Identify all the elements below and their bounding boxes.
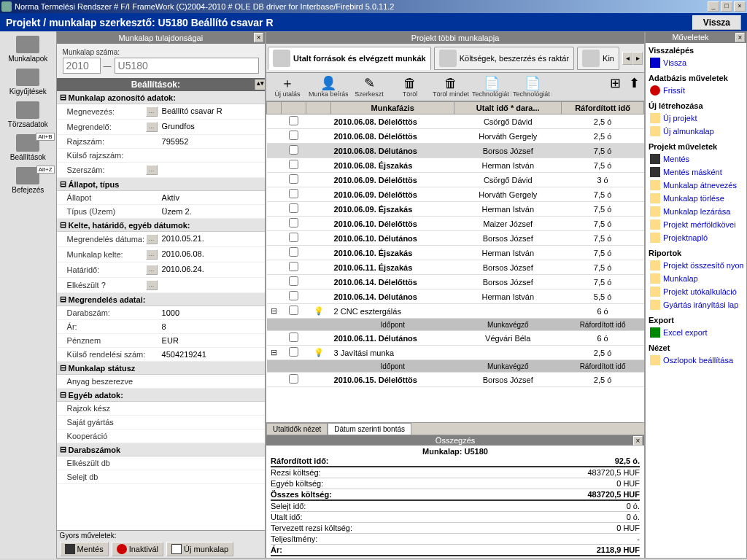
row-checkbox[interactable] xyxy=(289,347,298,357)
table-row[interactable]: 2010.06.08. DélelőttösCsörgő Dávid2,5 ó xyxy=(267,114,644,129)
table-row[interactable]: 2010.06.09. DélelőttösHorváth Gergely7,5… xyxy=(267,187,644,202)
properties-list[interactable]: ⊟Munkalap azonosító adatok:Megnevezés:…B… xyxy=(57,91,266,530)
edit-icon[interactable]: … xyxy=(146,249,158,260)
table-row[interactable]: 2010.06.14. DélelőttösBorsos József7,5 ó xyxy=(267,275,644,289)
table-row[interactable]: 2010.06.09. DélelőttösCsörgő Dávid3 ó xyxy=(267,173,644,187)
work-grid[interactable]: Munkafázis Utalt idő * dara... Ráfordíto… xyxy=(266,101,644,422)
rp-link[interactable]: Excel export xyxy=(649,326,743,339)
nav-item[interactable]: BefejezésAlt+Z xyxy=(1,166,55,195)
group-row[interactable]: ⊟💡2 CNC esztergálás6 ó xyxy=(267,304,644,319)
deactivate-button[interactable]: Inaktivál xyxy=(112,542,163,556)
row-checkbox[interactable] xyxy=(289,174,298,184)
rp-link[interactable]: Mentés másként xyxy=(649,166,743,179)
rp-link[interactable]: Új projekt xyxy=(649,112,743,125)
edit-icon[interactable]: … xyxy=(146,165,158,175)
close-icon[interactable]: × xyxy=(735,33,745,42)
prop-group[interactable]: ⊟Megrendelés adatai: xyxy=(57,293,266,306)
prop-group[interactable]: ⊟Egyéb adatok: xyxy=(57,389,266,402)
new-sheet-button[interactable]: Új munkalap xyxy=(166,542,233,556)
nav-item[interactable]: Törzsadatok xyxy=(1,100,55,130)
rp-link[interactable]: Mentés xyxy=(649,152,743,166)
row-checkbox[interactable] xyxy=(289,189,298,198)
minimize-button[interactable]: _ xyxy=(708,1,719,12)
bottom-tab[interactable]: Utaltidők nézet xyxy=(266,423,328,435)
row-checkbox[interactable] xyxy=(289,332,298,342)
toolbar-button[interactable]: 👤Munka beírása xyxy=(309,74,348,99)
row-checkbox[interactable] xyxy=(289,374,298,384)
tab[interactable]: Kin xyxy=(577,47,619,70)
table-row[interactable]: 2010.06.10. DélelőttösMaizer József7,5 ó xyxy=(267,217,644,231)
toolbar-button[interactable]: ＋Új utalás xyxy=(268,74,307,99)
table-row[interactable]: 2010.06.08. DélutánosBorsos József7,5 ó xyxy=(267,144,644,158)
prop-group[interactable]: ⊟Darabszámok xyxy=(57,443,266,456)
toolbar-button[interactable]: 🗑Töröl mindet xyxy=(431,74,471,99)
row-checkbox[interactable] xyxy=(289,306,298,315)
close-button[interactable]: × xyxy=(734,1,746,12)
row-checkbox[interactable] xyxy=(289,160,298,169)
edit-icon[interactable]: … xyxy=(146,234,158,244)
sheet-code-input[interactable] xyxy=(115,58,260,74)
table-row[interactable]: 2010.06.09. ÉjszakásHerman István7,5 ó xyxy=(267,202,644,217)
nav-item[interactable]: Kigyűjtések xyxy=(1,67,55,97)
tab-next-icon[interactable]: ▸ xyxy=(632,52,643,65)
row-checkbox[interactable] xyxy=(289,145,298,155)
rp-link[interactable]: Munkalap lezárása xyxy=(649,205,743,218)
rp-link[interactable]: Új almunkalap xyxy=(649,125,743,138)
prop-group[interactable]: ⊟Kelte, határidő, egyéb dátumok: xyxy=(57,219,266,232)
row-checkbox[interactable] xyxy=(289,203,298,213)
rp-link[interactable]: Oszlopok beállítása xyxy=(649,354,743,367)
rp-link[interactable]: Projektnapló xyxy=(649,231,743,244)
table-row[interactable]: 2010.06.10. ÉjszakásHerman István7,5 ó xyxy=(267,246,644,260)
rp-link[interactable]: Frissít xyxy=(649,84,743,97)
close-icon[interactable]: × xyxy=(254,33,263,42)
nav-item[interactable]: Munkalapok xyxy=(1,34,55,64)
col-time[interactable]: Utalt idő * dara... xyxy=(454,102,562,114)
rp-link[interactable]: Gyártás irányítási lap xyxy=(649,298,743,311)
nav-item[interactable]: BeállításokAlt+B xyxy=(1,133,55,163)
tab[interactable]: Költségek, beszerzés és raktár xyxy=(434,47,574,70)
row-checkbox[interactable] xyxy=(289,291,298,300)
rp-link[interactable]: Munkalap átnevezés xyxy=(649,179,743,192)
rp-link[interactable]: Munkalap törlése xyxy=(649,192,743,205)
close-icon[interactable]: × xyxy=(633,436,643,446)
back-button[interactable]: Vissza xyxy=(692,15,741,30)
edit-icon[interactable]: … xyxy=(146,280,158,290)
save-button[interactable]: Mentés xyxy=(60,542,109,556)
rp-link[interactable]: Munkalap xyxy=(649,272,743,285)
maximize-button[interactable]: □ xyxy=(721,1,732,12)
table-row[interactable]: 2010.06.08. DélelőttösHorváth Gergely2,5… xyxy=(267,129,644,144)
toolbar-button[interactable]: 🗑Töröl xyxy=(390,74,430,99)
rp-link[interactable]: Projekt összesítő nyomtatás xyxy=(649,259,743,272)
edit-icon[interactable]: … xyxy=(146,122,158,132)
year-input[interactable] xyxy=(63,58,101,74)
row-checkbox[interactable] xyxy=(289,131,298,140)
scroll-up-icon[interactable]: ▴▾ xyxy=(255,79,265,90)
col-phase[interactable]: Munkafázis xyxy=(331,102,454,114)
row-checkbox[interactable] xyxy=(289,233,298,242)
table-row[interactable]: 2010.06.08. ÉjszakásHerman István7,5 ó xyxy=(267,158,644,173)
toolbar-button[interactable]: 📄Technológiát betölt xyxy=(472,74,511,99)
table-row[interactable]: 2010.06.15. DélelőttösBorsos József2,5 ó xyxy=(267,373,644,387)
prop-group[interactable]: ⊟Állapot, típus xyxy=(57,178,266,191)
edit-icon[interactable]: … xyxy=(146,265,158,275)
col-hours[interactable]: Ráfordított idő xyxy=(562,102,644,114)
toolbar-button[interactable]: ⊞ xyxy=(606,74,624,99)
row-checkbox[interactable] xyxy=(289,247,298,257)
prop-group[interactable]: ⊟Munkalap azonosító adatok: xyxy=(57,91,266,104)
table-row[interactable]: 2010.06.11. DélutánosVégvári Béla6 ó xyxy=(267,331,644,346)
row-checkbox[interactable] xyxy=(289,276,298,286)
bottom-tab[interactable]: Dátum szerinti bontás xyxy=(328,423,411,435)
row-checkbox[interactable] xyxy=(289,262,298,271)
rp-link[interactable]: Projekt utókalkuláció xyxy=(649,285,743,298)
table-row[interactable]: 2010.06.10. DélutánosBorsos József7,5 ó xyxy=(267,231,644,246)
prop-group[interactable]: ⊟Munkalap státusz xyxy=(57,362,266,375)
tab-prev-icon[interactable]: ◂ xyxy=(622,52,632,65)
table-row[interactable]: 2010.06.11. ÉjszakásBorsos József7,5 ó xyxy=(267,260,644,275)
toolbar-button[interactable]: ✎Szerkeszt xyxy=(349,74,389,99)
edit-icon[interactable]: … xyxy=(146,106,158,117)
toolbar-button[interactable]: 📄Technológiát ment xyxy=(513,74,552,99)
table-row[interactable]: 2010.06.14. DélutánosHerman István5,5 ó xyxy=(267,289,644,304)
group-row[interactable]: ⊟💡3 Javítási munka2,5 ó xyxy=(267,346,644,360)
tab[interactable]: Utalt források és elvégzett munkák xyxy=(268,47,431,70)
toolbar-button[interactable]: ⬆ xyxy=(625,74,643,99)
